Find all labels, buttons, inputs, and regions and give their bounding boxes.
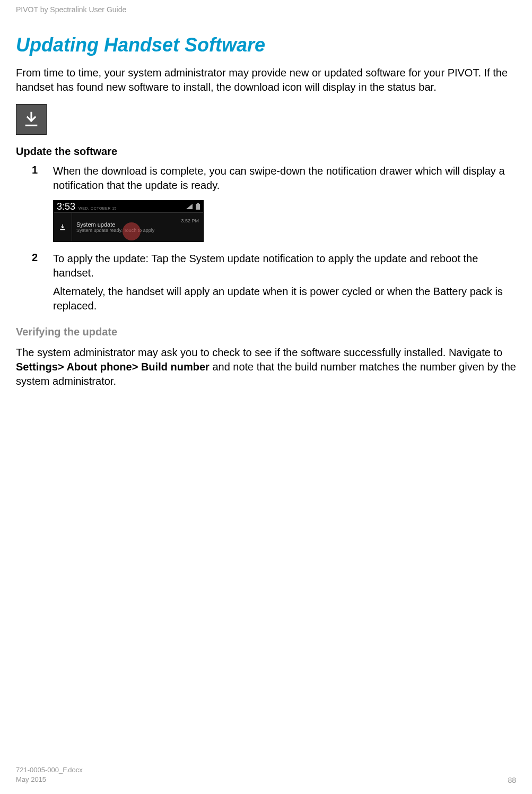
- verify-path-bold: Settings> About phone> Build number: [16, 361, 210, 373]
- download-icon: [16, 104, 47, 135]
- verify-text-1: The system administrator may ask you to …: [16, 347, 502, 358]
- page-footer: 721-0005-000_F.docx May 2015 88: [16, 765, 516, 784]
- step-2-text: To apply the update: Tap the System upda…: [53, 253, 478, 279]
- notification-screenshot: 3:53 WED, OCTOBER 15 System update Syste…: [53, 200, 204, 242]
- download-small-icon: [58, 223, 67, 231]
- touch-indicator-icon: [123, 222, 141, 240]
- screenshot-statusbar: 3:53 WED, OCTOBER 15: [54, 201, 203, 212]
- step-2: 2 To apply the update: Tap the System up…: [32, 252, 516, 313]
- update-software-heading: Update the software: [16, 145, 516, 158]
- step-2-number: 2: [32, 252, 53, 313]
- battery-icon: [196, 203, 200, 210]
- verify-heading: Verifying the update: [16, 326, 516, 338]
- footer-docname: 721-0005-000_F.docx: [16, 765, 83, 775]
- intro-paragraph: From time to time, your system administr…: [16, 66, 516, 94]
- svg-rect-1: [196, 204, 200, 210]
- footer-page-number: 88: [508, 776, 516, 784]
- screenshot-notif-time: 3:52 PM: [181, 213, 203, 223]
- footer-date: May 2015: [16, 775, 83, 784]
- page-title: Updating Handset Software: [16, 34, 516, 56]
- document-header: PIVOT by Spectralink User Guide: [16, 5, 516, 14]
- step-1-text: When the download is complete, you can s…: [53, 164, 516, 193]
- screenshot-date: WED, OCTOBER 15: [79, 206, 117, 210]
- step-1-number: 1: [32, 164, 53, 193]
- verify-paragraph: The system administrator may ask you to …: [16, 346, 516, 389]
- svg-rect-2: [197, 203, 199, 204]
- step-1: 1 When the download is complete, you can…: [32, 164, 516, 193]
- signal-icon: [186, 204, 193, 209]
- screenshot-time: 3:53: [57, 201, 75, 212]
- screenshot-notification-row: System update System update ready. Touch…: [54, 212, 203, 241]
- step-2-subtext: Alternately, the handset will apply an u…: [53, 284, 516, 313]
